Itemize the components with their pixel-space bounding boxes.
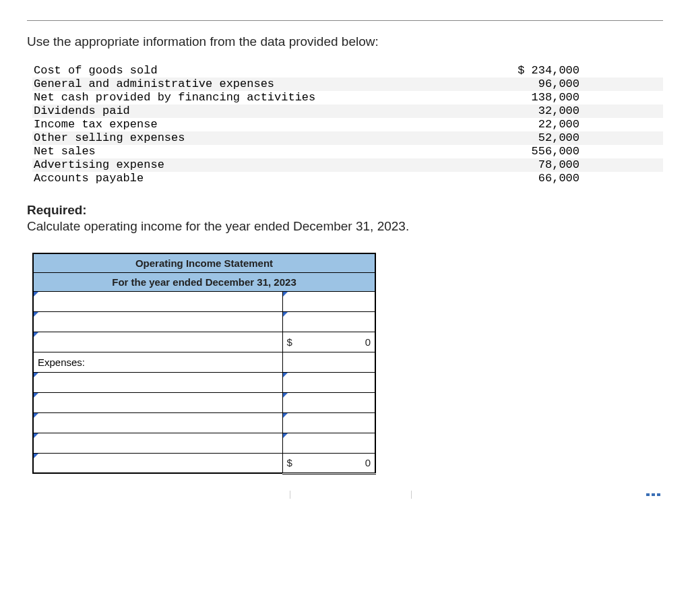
data-amount: 138,000 <box>465 91 579 104</box>
amount-input[interactable] <box>282 392 375 412</box>
expenses-heading: Expenses: <box>33 352 282 372</box>
financial-data-block: Cost of goods sold $ 234,000 General and… <box>32 64 663 185</box>
data-label: Net sales <box>32 145 465 158</box>
gross-total-value: 0 <box>365 336 371 348</box>
data-label: Other selling expenses <box>32 131 465 145</box>
dropdown-indicator-icon <box>34 373 38 377</box>
dropdown-indicator-icon <box>283 413 288 418</box>
data-label: Dividends paid <box>32 104 465 118</box>
line-item-input[interactable] <box>33 433 282 453</box>
line-item-input[interactable] <box>33 291 282 311</box>
data-amount: 78,000 <box>465 158 579 172</box>
dropdown-indicator-icon <box>34 393 38 398</box>
dropdown-indicator-icon <box>283 312 288 317</box>
data-row: Other selling expenses 52,000 <box>32 131 663 145</box>
top-rule <box>27 20 663 21</box>
final-total-value: 0 <box>365 457 371 468</box>
problem-intro: Use the appropriate information from the… <box>27 34 663 49</box>
data-label: Accounts payable <box>32 172 465 185</box>
final-total-cell: $ 0 <box>282 453 375 473</box>
amount-input[interactable] <box>282 291 375 311</box>
operating-income-worksheet: Operating Income Statement For the year … <box>32 253 376 474</box>
data-amount: $ 234,000 <box>465 64 579 78</box>
required-text: Calculate operating income for the year … <box>27 219 663 234</box>
amount-input[interactable] <box>282 412 375 433</box>
data-row: Income tax expense 22,000 <box>32 118 663 131</box>
line-item-input[interactable] <box>33 311 282 332</box>
dropdown-indicator-icon <box>34 292 38 297</box>
gross-total-cell: $ 0 <box>282 332 375 352</box>
footer-ticks <box>0 485 690 499</box>
data-row: General and administrative expenses 96,0… <box>32 78 663 91</box>
statement-title: Operating Income Statement <box>33 253 375 272</box>
line-item-input[interactable] <box>33 392 282 412</box>
data-label: Net cash provided by financing activitie… <box>32 91 465 104</box>
data-row: Accounts payable 66,000 <box>32 172 663 185</box>
amount-input[interactable] <box>282 311 375 332</box>
data-row: Net cash provided by financing activitie… <box>32 91 663 104</box>
dropdown-indicator-icon <box>283 292 288 297</box>
data-row: Advertising expense 78,000 <box>32 158 663 172</box>
amount-input[interactable] <box>282 433 375 453</box>
data-label: Cost of goods sold <box>32 64 465 78</box>
amount-input[interactable] <box>282 372 375 392</box>
data-label: Advertising expense <box>32 158 465 172</box>
data-row: Net sales 556,000 <box>32 145 663 158</box>
dropdown-indicator-icon <box>283 393 288 398</box>
line-item-input[interactable] <box>33 332 282 352</box>
amount-cell-blank <box>282 352 375 372</box>
currency-symbol: $ <box>287 457 292 468</box>
currency-symbol: $ <box>287 336 292 348</box>
line-item-input[interactable] <box>33 372 282 392</box>
line-item-input[interactable] <box>33 412 282 433</box>
data-amount: 96,000 <box>465 78 579 91</box>
statement-subtitle: For the year ended December 31, 2023 <box>33 272 375 291</box>
dropdown-indicator-icon <box>34 312 38 317</box>
data-amount: 66,000 <box>465 172 579 185</box>
data-label: Income tax expense <box>32 118 465 131</box>
line-item-input[interactable] <box>33 453 282 473</box>
dropdown-indicator-icon <box>34 433 38 438</box>
data-row: Dividends paid 32,000 <box>32 104 663 118</box>
data-row: Cost of goods sold $ 234,000 <box>32 64 663 78</box>
dropdown-indicator-icon <box>34 413 38 418</box>
data-amount: 556,000 <box>465 145 579 158</box>
dropdown-indicator-icon <box>283 433 288 438</box>
required-heading: Required: <box>27 203 87 217</box>
dropdown-indicator-icon <box>34 454 38 458</box>
data-amount: 52,000 <box>465 131 579 145</box>
dropdown-indicator-icon <box>283 373 288 377</box>
data-label: General and administrative expenses <box>32 78 465 91</box>
dropdown-indicator-icon <box>34 332 38 337</box>
data-amount: 32,000 <box>465 104 579 118</box>
data-amount: 22,000 <box>465 118 579 131</box>
